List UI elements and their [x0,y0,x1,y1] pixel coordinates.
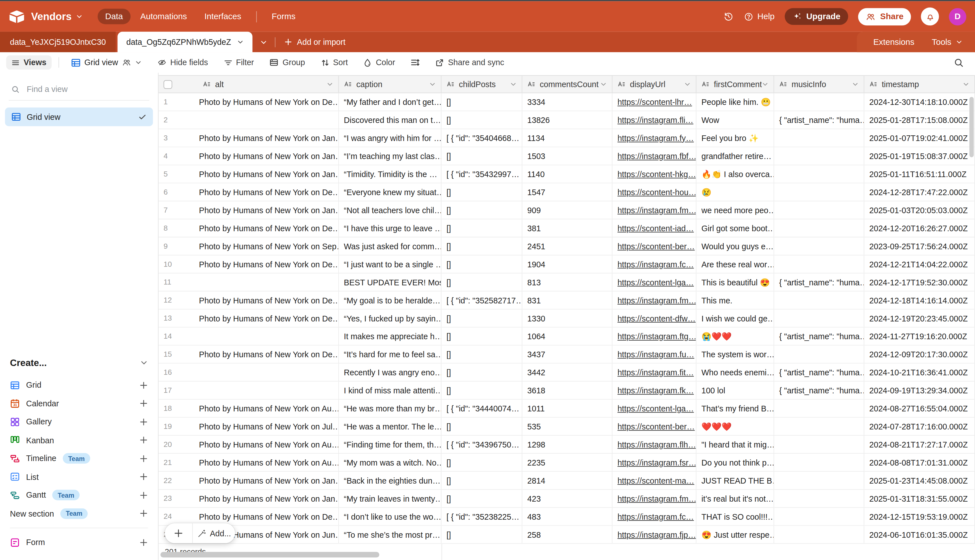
tools-button[interactable]: Tools [932,37,963,47]
row-number[interactable]: 15 [159,350,199,359]
cell-caption[interactable]: “My goal is to be heralde… [339,292,441,309]
cell-alt[interactable]: 9Photo by Humans of New York on Sep… [159,237,339,255]
table-tab-inactive[interactable]: data_YeJXCj519OJntxC30 [0,32,116,52]
cell-music[interactable] [774,237,865,255]
create-item-kanban[interactable]: Kanban [0,431,158,450]
cell-music[interactable] [774,165,865,183]
cell-first[interactable]: That’s my friend B… [696,400,775,417]
cell-ts[interactable]: 2024-12-21T14:04:22.000Z [865,255,975,273]
cell-first[interactable]: Who needs enemi… [696,363,775,381]
cell-ts[interactable]: 2025-01-07T19:02:41.000Z [865,129,975,147]
column-header-firstComment[interactable]: firstComment [696,76,775,93]
cell-child[interactable]: [] [441,183,523,201]
cell-music[interactable] [774,508,865,525]
cell-url[interactable]: https://scontent-hou… [613,183,696,201]
create-item-timeline[interactable]: Timeline Team [0,450,158,468]
cell-caption[interactable]: “To me she’s the most pr… [339,526,441,543]
cell-url[interactable]: https://instagram.fm… [613,292,696,309]
row-number[interactable]: 19 [159,422,199,431]
cell-child[interactable]: [] [441,363,523,381]
cell-first[interactable]: we need more peo… [696,201,775,219]
cell-music[interactable] [774,255,865,273]
cell-child[interactable]: [] [441,345,523,363]
cell-first[interactable]: Feel you bro ✨ [696,129,775,147]
cell-caption[interactable]: Recently I was angry eno… [339,363,441,381]
cell-ts[interactable]: 2024-08-21T17:27:17.000Z [865,436,975,453]
cell-comments[interactable]: 1503 [522,147,613,165]
row-number[interactable]: 1 [159,98,199,106]
cell-url[interactable]: https://scontent-hkg… [613,165,696,183]
cell-music[interactable]: { "artist_name": "huma… [774,363,865,381]
row-number[interactable]: 8 [159,223,199,232]
cell-music[interactable]: { "artist_name": "huma… [774,273,865,291]
cell-music[interactable] [774,472,865,489]
cell-first[interactable]: 🔥👏 I also overca… [696,165,775,183]
cell-alt[interactable]: 14 [159,328,339,345]
cell-ts[interactable]: 2024-12-20T16:26:27.000Z [865,219,975,237]
cell-ts[interactable]: 2024-08-27T16:55:04.000Z [865,400,975,417]
plus-icon[interactable] [139,491,148,500]
cell-alt[interactable]: 21Photo by Humans of New York on Au… [159,454,339,471]
notifications-button[interactable] [921,7,939,25]
add-or-import-button[interactable]: Add or import [275,32,354,52]
column-header-childPosts[interactable]: childPosts [441,76,523,93]
row-number[interactable]: 2 [159,116,199,124]
row-number[interactable]: 20 [159,440,199,448]
group-button[interactable]: Group [265,55,310,70]
cell-ts[interactable]: 2025-01-23T14:45:08.000Z [865,472,975,489]
cell-first[interactable]: 😍 Just utter respe… [696,526,775,543]
nav-forms[interactable]: Forms [264,9,303,24]
column-header-musicInfo[interactable]: musicInfo [774,76,865,93]
cell-alt[interactable]: 16 [159,363,339,381]
create-item-grid[interactable]: Grid [0,376,158,394]
cell-child[interactable]: [] [441,219,523,237]
create-item-new-section[interactable]: New section Team [0,505,158,523]
add-row-button[interactable] [165,523,193,543]
cell-child[interactable]: [] [441,201,523,219]
cell-music[interactable]: { "artist_name": "huma… [774,382,865,399]
cell-ts[interactable]: 2024-12-09T20:17:30.000Z [865,345,975,363]
plus-icon[interactable] [139,473,148,481]
cell-alt[interactable]: 5Photo by Humans of New York on Jan… [159,165,339,183]
cell-url[interactable]: https://instagram.fc… [613,508,696,525]
row-number[interactable]: 24 [159,512,199,521]
cell-url[interactable]: https://scontent-ber… [613,237,696,255]
cell-alt[interactable]: 10Photo by Humans of New York on De… [159,255,339,273]
share-button[interactable]: Share [858,8,911,25]
upgrade-button[interactable]: Upgrade [785,8,849,25]
column-header-caption[interactable]: caption [339,76,441,93]
plus-icon[interactable] [139,418,148,426]
cell-ts[interactable]: 2024-06-10T16:01:35.000Z [865,526,975,543]
cell-comments[interactable]: 3442 [522,363,613,381]
column-header-commentsCount[interactable]: commentsCount [522,76,613,93]
cell-alt[interactable]: 4Photo by Humans of New York on Jan… [159,147,339,165]
plus-icon[interactable] [139,399,148,408]
cell-music[interactable] [774,183,865,201]
cell-music[interactable] [774,93,865,111]
cell-comments[interactable]: 1140 [522,165,613,183]
cell-music[interactable] [774,400,865,417]
cell-child[interactable]: [ { "id": "35238225… [441,508,523,525]
cell-caption[interactable]: “I don’t like to use the wo… [339,508,441,525]
plus-icon[interactable] [139,381,148,390]
cell-child[interactable]: [] [441,454,523,471]
row-number[interactable]: 16 [159,368,199,377]
workspace-menu[interactable]: Vendors [31,10,83,22]
cell-ts[interactable]: 2024-10-21T16:36:41.000Z [865,363,975,381]
cell-alt[interactable]: 2 [159,112,339,129]
cell-alt[interactable]: 23Photo by Humans of New York on Jan… [159,490,339,507]
cell-ts[interactable]: 2025-01-19T15:08:37.000Z [865,147,975,165]
cell-ts[interactable]: 2024-12-18T14:16:14.000Z [865,292,975,309]
cell-first[interactable]: This is beautiful 😍 [696,273,775,291]
cell-child[interactable]: [ { "id": "35432997… [441,165,523,183]
cell-ts[interactable]: 2024-12-19T20:23:45.000Z [865,310,975,327]
cell-caption[interactable]: BEST UPDATE EVER! Mos… [339,273,441,291]
cell-ts[interactable]: 2024-12-28T17:47:22.000Z [865,183,975,201]
cell-comments[interactable]: 3437 [522,345,613,363]
cell-alt[interactable]: 22Photo by Humans of New York on Jan… [159,472,339,489]
row-number[interactable]: 3 [159,134,199,142]
cell-comments[interactable]: 1064 [522,328,613,345]
ai-add-button[interactable]: Add... [193,523,235,543]
cell-child[interactable]: [] [441,418,523,435]
cell-ts[interactable]: 2025-01-28T17:15:08.000Z [865,112,975,129]
